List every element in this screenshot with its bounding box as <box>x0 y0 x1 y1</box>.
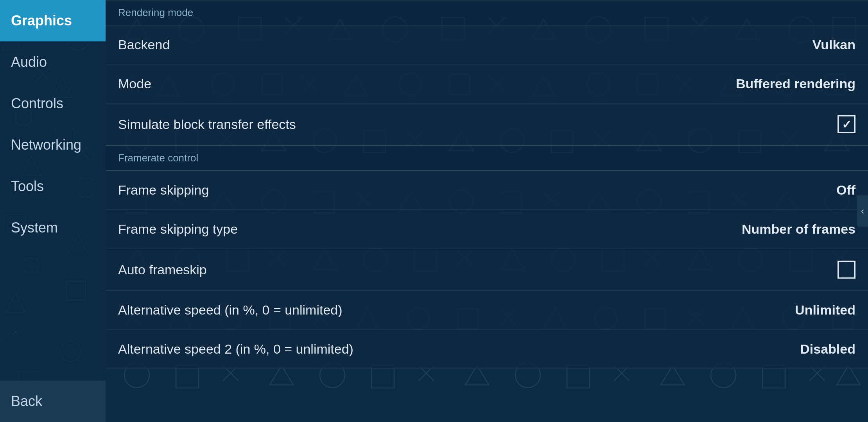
sidebar-item-tools[interactable]: Tools <box>0 166 106 207</box>
sidebar-item-audio[interactable]: Audio <box>0 41 106 83</box>
setting-frame-skipping[interactable]: Frame skipping Off <box>106 171 868 210</box>
setting-frame-skipping-label: Frame skipping <box>118 182 209 198</box>
auto-frameskip-checkbox[interactable] <box>838 261 855 279</box>
collapse-button[interactable]: ‹ <box>857 195 868 227</box>
setting-mode-label: Mode <box>118 76 151 91</box>
setting-alt-speed-value: Unlimited <box>795 302 855 318</box>
setting-auto-frameskip[interactable]: Auto frameskip <box>106 249 868 291</box>
setting-backend-label: Backend <box>118 37 170 52</box>
setting-alt-speed-2-value: Disabled <box>800 342 855 357</box>
sidebar-spacer <box>0 249 106 381</box>
setting-frame-skipping-value: Off <box>836 182 855 198</box>
simulate-block-transfer-checkbox[interactable] <box>838 115 855 133</box>
setting-alt-speed[interactable]: Alternative speed (in %, 0 = unlimited) … <box>106 291 868 330</box>
main-panel: Rendering mode Backend Vulkan Mode Buffe… <box>106 0 868 422</box>
setting-backend-value: Vulkan <box>812 37 855 52</box>
sidebar-content: Graphics Audio Controls Networking Tools… <box>0 0 106 422</box>
setting-mode[interactable]: Mode Buffered rendering <box>106 64 868 104</box>
setting-simulate-block-transfer[interactable]: Simulate block transfer effects <box>106 104 868 145</box>
setting-frame-skipping-type[interactable]: Frame skipping type Number of frames <box>106 210 868 249</box>
sidebar-item-controls[interactable]: Controls <box>0 83 106 124</box>
setting-frame-skipping-type-label: Frame skipping type <box>118 222 238 237</box>
setting-frame-skipping-type-value: Number of frames <box>742 222 855 237</box>
sidebar-item-system[interactable]: System <box>0 207 106 249</box>
sidebar: Graphics Audio Controls Networking Tools… <box>0 0 106 422</box>
main-content[interactable]: Rendering mode Backend Vulkan Mode Buffe… <box>106 0 868 422</box>
setting-auto-frameskip-label: Auto frameskip <box>118 262 207 277</box>
setting-backend[interactable]: Backend Vulkan <box>106 25 868 64</box>
setting-alt-speed-label: Alternative speed (in %, 0 = unlimited) <box>118 302 343 318</box>
chevron-left-icon: ‹ <box>861 206 864 216</box>
section-framerate-control: Framerate control <box>106 145 868 171</box>
setting-mode-value: Buffered rendering <box>736 76 855 91</box>
setting-simulate-block-transfer-label: Simulate block transfer effects <box>118 117 296 132</box>
section-rendering-mode: Rendering mode <box>106 0 868 25</box>
back-button[interactable]: Back <box>0 381 106 422</box>
setting-alt-speed-2[interactable]: Alternative speed 2 (in %, 0 = unlimited… <box>106 330 868 369</box>
sidebar-item-graphics[interactable]: Graphics <box>0 0 106 41</box>
setting-alt-speed-2-label: Alternative speed 2 (in %, 0 = unlimited… <box>118 342 353 357</box>
sidebar-item-networking[interactable]: Networking <box>0 124 106 166</box>
